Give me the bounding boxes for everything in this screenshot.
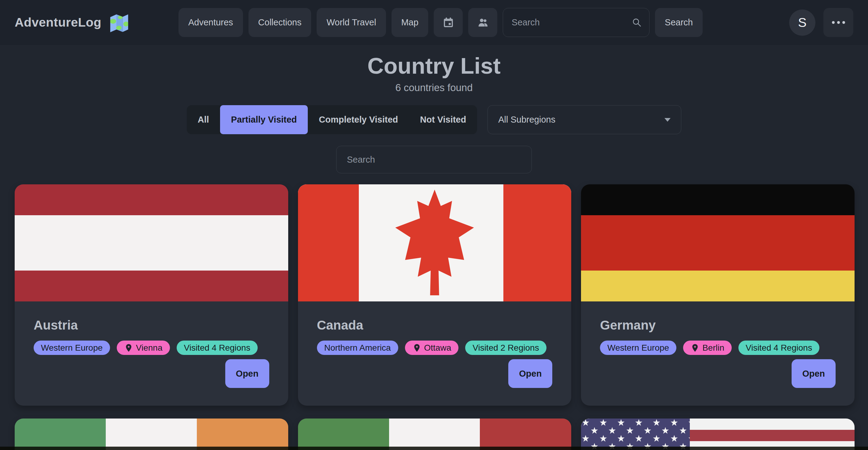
subregion-select-value: All Subregions (498, 115, 555, 125)
card-body: Canada Northern America Ottawa Visited 2… (298, 301, 571, 406)
usa-canton (581, 419, 690, 450)
country-name: Canada (317, 318, 553, 333)
nav-search-box (503, 8, 649, 37)
country-card-partial-usa (581, 419, 855, 450)
country-search-input[interactable] (336, 146, 532, 173)
more-menu-button[interactable] (824, 8, 853, 37)
country-card-germany: Germany Western Europe Berlin Visited 4 … (581, 184, 855, 406)
open-button-austria[interactable]: Open (225, 359, 269, 388)
maple-leaf (390, 187, 479, 299)
nav-search-button[interactable]: Search (655, 8, 703, 37)
page-subtitle: 6 countries found (0, 82, 868, 94)
country-name: Austria (34, 318, 269, 333)
users-button[interactable] (468, 8, 497, 37)
region-badge: Western Europe (34, 340, 110, 355)
ellipsis-icon (832, 21, 845, 24)
country-grid: Austria Western Europe Vienna Visited 4 … (15, 184, 855, 450)
filter-row: All Partially Visited Completely Visited… (0, 105, 868, 134)
tab-all[interactable]: All (187, 105, 220, 134)
nav-search-input[interactable] (511, 17, 627, 28)
card-actions: Open (600, 359, 836, 388)
capital-label: Berlin (702, 343, 724, 353)
tab-partially-visited[interactable]: Partially Visited (220, 105, 308, 134)
flag-austria (15, 184, 288, 301)
country-name: Germany (600, 318, 836, 333)
nav-right-group: S (789, 8, 853, 37)
badge-row: Western Europe Berlin Visited 4 Regions (600, 340, 836, 355)
country-list-page: AdventureLog Adv (0, 0, 868, 450)
capital-badge: Berlin (683, 340, 732, 355)
capital-label: Vienna (136, 343, 163, 353)
visited-badge: Visited 4 Regions (738, 340, 819, 355)
open-button-canada[interactable]: Open (508, 359, 552, 388)
region-badge: Northern America (317, 340, 398, 355)
nav-link-world-travel[interactable]: World Travel (317, 8, 386, 37)
location-pin-icon (124, 343, 133, 353)
location-pin-icon (690, 343, 700, 353)
chevron-down-icon (664, 118, 671, 122)
flag-germany (581, 184, 855, 301)
nav-link-adventures[interactable]: Adventures (179, 8, 243, 37)
users-icon (476, 16, 490, 29)
badge-row: Northern America Ottawa Visited 2 Region… (317, 340, 553, 355)
country-card-canada: Canada Northern America Ottawa Visited 2… (298, 184, 571, 406)
country-card-partial-italy (298, 419, 571, 450)
subregion-select[interactable]: All Subregions (488, 105, 681, 134)
flag-canada (298, 184, 571, 301)
nav-link-map[interactable]: Map (392, 8, 428, 37)
country-card-austria: Austria Western Europe Vienna Visited 4 … (15, 184, 288, 406)
open-button-germany[interactable]: Open (792, 359, 836, 388)
flag-usa (581, 419, 855, 450)
visited-badge: Visited 2 Regions (465, 340, 546, 355)
flag-italy (298, 419, 571, 450)
brand-title: AdventureLog (15, 15, 101, 30)
bottom-edge-strip (0, 447, 868, 450)
capital-badge: Ottawa (405, 340, 459, 355)
map-logo-icon (108, 11, 130, 34)
tab-not-visited[interactable]: Not Visited (409, 105, 477, 134)
location-pin-icon (412, 343, 422, 353)
flag-ireland (15, 419, 288, 450)
visited-badge: Visited 4 Regions (177, 340, 258, 355)
region-badge: Western Europe (600, 340, 676, 355)
search-icon (631, 17, 643, 28)
country-card-partial-ireland (15, 419, 288, 450)
nav-link-collections[interactable]: Collections (248, 8, 311, 37)
card-body: Austria Western Europe Vienna Visited 4 … (15, 301, 288, 406)
capital-label: Ottawa (424, 343, 452, 353)
card-body: Germany Western Europe Berlin Visited 4 … (581, 301, 855, 406)
calendar-button[interactable] (434, 8, 463, 37)
visited-filter-tabs: All Partially Visited Completely Visited… (187, 105, 477, 134)
navbar: AdventureLog Adv (0, 0, 868, 45)
avatar[interactable]: S (789, 9, 815, 36)
page-title: Country List (0, 53, 868, 79)
brand[interactable]: AdventureLog (15, 11, 130, 34)
card-actions: Open (317, 359, 553, 388)
tab-completely-visited[interactable]: Completely Visited (308, 105, 409, 134)
capital-badge: Vienna (117, 340, 170, 355)
badge-row: Western Europe Vienna Visited 4 Regions (34, 340, 269, 355)
calendar-icon (442, 16, 455, 29)
card-actions: Open (34, 359, 269, 388)
